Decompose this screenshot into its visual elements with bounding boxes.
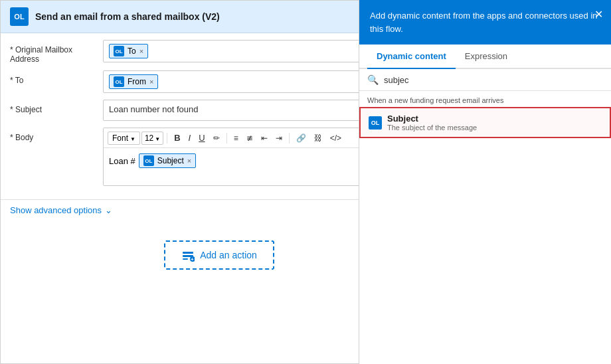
- italic-button[interactable]: I: [185, 131, 195, 145]
- list-bullet-button[interactable]: ≡: [230, 132, 242, 145]
- svg-rect-2: [183, 258, 188, 260]
- code-button[interactable]: </>: [327, 132, 345, 145]
- to-token-close[interactable]: ×: [139, 47, 143, 55]
- search-icon: 🔍: [367, 74, 379, 85]
- from-token-close[interactable]: ×: [149, 78, 153, 86]
- card-header-left: OL Send an email from a shared mailbox (…: [10, 7, 220, 26]
- toolbar-sep-3: [289, 133, 290, 143]
- dynamic-search-input[interactable]: [384, 75, 603, 85]
- from-token-icon: OL: [114, 76, 124, 87]
- dynamic-panel: Add dynamic content from the apps and co…: [359, 0, 611, 364]
- toolbar-sep-1: [167, 133, 167, 143]
- font-chevron-icon: [130, 134, 135, 143]
- dynamic-tabs: Dynamic content Expression: [359, 45, 611, 69]
- to-token[interactable]: OL To ×: [109, 44, 148, 58]
- to-token-icon: OL: [114, 46, 124, 56]
- from-token[interactable]: OL From ×: [109, 74, 158, 89]
- search-box: 🔍: [359, 69, 611, 91]
- font-select[interactable]: Font: [108, 132, 140, 145]
- underline-button[interactable]: U: [195, 131, 208, 145]
- indent-right-button[interactable]: ⇥: [272, 132, 286, 145]
- svg-text:+: +: [191, 256, 194, 262]
- add-action-icon: +: [181, 248, 195, 262]
- add-action-label: Add an action: [200, 250, 257, 260]
- list-number-button[interactable]: ≢: [243, 132, 256, 145]
- highlight-button[interactable]: ✏: [210, 132, 223, 145]
- subject-label: * Subject: [10, 100, 96, 114]
- card-title: Send an email from a shared mailbox (V2): [35, 11, 220, 22]
- subject-token-close[interactable]: ×: [187, 157, 191, 165]
- dynamic-panel-close-button[interactable]: ✕: [594, 7, 603, 23]
- subject-result-text: Subject The subject of the message: [387, 114, 477, 132]
- font-size-select[interactable]: 12: [141, 132, 163, 145]
- link-button[interactable]: 🔗: [293, 132, 309, 145]
- show-advanced-label: Show advanced options: [10, 205, 102, 215]
- tab-dynamic-content[interactable]: Dynamic content: [367, 45, 456, 69]
- dynamic-header-text: Add dynamic content from the apps and co…: [370, 11, 598, 34]
- to-label: * To: [10, 70, 96, 85]
- bold-button[interactable]: B: [171, 131, 183, 145]
- link2-button[interactable]: ⛓: [311, 132, 325, 145]
- add-action-button[interactable]: + Add an action: [164, 240, 274, 270]
- subject-token-icon: OL: [143, 155, 154, 166]
- section-label: When a new funding request email arrives: [359, 91, 611, 107]
- subject-result-name: Subject: [387, 114, 477, 124]
- subject-result-item[interactable]: OL Subject The subject of the message: [359, 107, 611, 138]
- dynamic-panel-header: Add dynamic content from the apps and co…: [359, 0, 611, 45]
- subject-token[interactable]: OL Subject ×: [139, 153, 196, 168]
- body-text-prefix: Loan #: [109, 156, 135, 166]
- app-icon: OL: [10, 7, 29, 26]
- subject-result-icon: OL: [369, 116, 382, 130]
- toolbar-sep-2: [226, 133, 227, 143]
- original-mailbox-label: * Original Mailbox Address: [10, 40, 96, 64]
- indent-left-button[interactable]: ⇤: [258, 132, 271, 145]
- subject-result-desc: The subject of the message: [387, 124, 477, 132]
- font-size-chevron-icon: [155, 134, 160, 143]
- show-advanced-chevron-icon: ⌄: [105, 205, 112, 215]
- svg-rect-0: [183, 252, 193, 254]
- body-label: * Body: [10, 128, 96, 142]
- tab-expression[interactable]: Expression: [456, 45, 517, 69]
